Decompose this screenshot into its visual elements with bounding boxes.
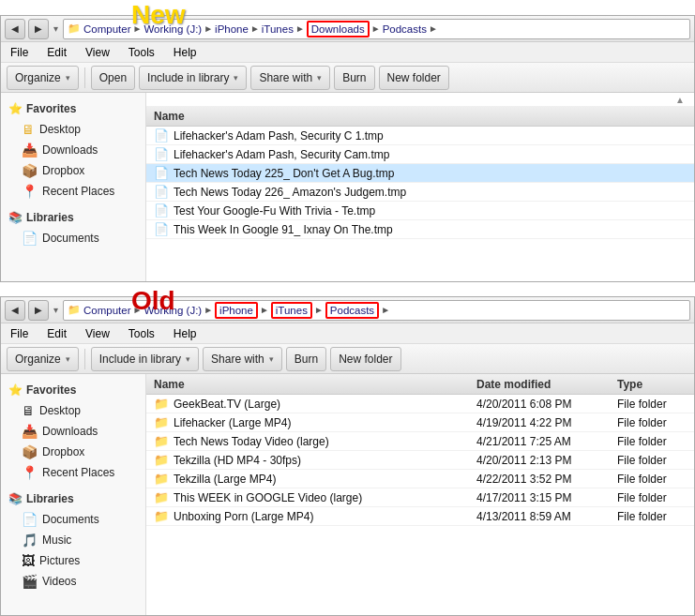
bottom-share-with-button[interactable]: Share with ▾ — [203, 347, 282, 371]
path-iphone[interactable]: iPhone — [215, 23, 249, 35]
bottom-dropbox-icon: 📦 — [22, 444, 38, 459]
menu-help[interactable]: Help — [170, 44, 201, 61]
table-row[interactable]: 📄 Tech News Today 225_ Don't Get A Bug.t… — [146, 164, 694, 183]
bottom-sidebar-dropbox[interactable]: 📦 Dropbox — [1, 442, 145, 462]
bottom-col-name-header[interactable]: Name — [146, 378, 469, 391]
sidebar-item-desktop[interactable]: 🖥 Desktop — [1, 119, 145, 140]
table-row[interactable]: 📄 Lifehacker's Adam Pash, Security C 1.t… — [146, 127, 694, 145]
bottom-menu-edit[interactable]: Edit — [43, 325, 70, 342]
top-dropdown-arrow[interactable]: ▾ — [52, 23, 60, 34]
file-date: 4/20/2011 2:13 PM — [469, 454, 610, 467]
table-row[interactable]: 📁 Unboxing Porn (Large MP4) 4/13/2011 8:… — [146, 507, 694, 526]
table-row[interactable]: 📄 Test Your Google-Fu With Trivia - Te.t… — [146, 202, 694, 220]
top-address-path[interactable]: 📁 Computer ► Working (J:) ► iPhone ► iTu… — [63, 19, 690, 39]
bottom-libraries-header: 📚 Libraries — [1, 488, 145, 509]
path-computer[interactable]: Computer — [83, 23, 131, 35]
bottom-menu-tools[interactable]: Tools — [125, 325, 159, 342]
bottom-organize-button[interactable]: Organize ▾ — [7, 347, 79, 371]
sort-indicator: ▲ — [675, 95, 685, 105]
folder-icon: 📁 — [154, 397, 169, 411]
bottom-sidebar-downloads[interactable]: 📥 Downloads — [1, 421, 145, 442]
top-file-rows-container: 📄 Lifehacker's Adam Pash, Security C 1.t… — [146, 127, 694, 239]
bottom-col-date-header[interactable]: Date modified — [469, 378, 610, 391]
burn-button[interactable]: Burn — [334, 66, 374, 90]
table-row[interactable]: 📄 Tech News Today 226_ Amazon's Judgem.t… — [146, 183, 694, 202]
path-podcasts[interactable]: Podcasts — [383, 23, 427, 35]
share-with-button[interactable]: Share with ▾ — [250, 66, 330, 90]
bottom-music-icon: 🎵 — [22, 533, 38, 548]
table-row[interactable]: 📁 Tech News Today Video (large) 4/21/201… — [146, 432, 694, 451]
bottom-menu-file[interactable]: File — [7, 325, 32, 342]
path-working[interactable]: Working (J:) — [144, 23, 202, 35]
bottom-favorites-header: ⭐ Favorites — [1, 380, 145, 400]
bottom-burn-button[interactable]: Burn — [286, 347, 326, 371]
file-date: 4/17/2011 3:15 PM — [469, 491, 610, 504]
bottom-path-iphone[interactable]: iPhone — [215, 302, 258, 319]
organize-button[interactable]: Organize ▾ — [7, 66, 79, 90]
sidebar-item-downloads[interactable]: 📥 Downloads — [1, 140, 145, 160]
bottom-sidebar-documents[interactable]: 📄 Documents — [1, 509, 145, 530]
file-name: Tech News Today Video (large) — [174, 435, 329, 448]
file-type: File folder — [610, 510, 694, 523]
bottom-back-button[interactable]: ◀ — [5, 300, 25, 321]
bottom-col-type-header[interactable]: Type — [610, 378, 694, 391]
menu-edit[interactable]: Edit — [43, 44, 70, 61]
table-row[interactable]: 📁 This WEEK in GOOGLE Video (large) 4/17… — [146, 488, 694, 507]
table-row[interactable]: 📁 Tekzilla (HD MP4 - 30fps) 4/20/2011 2:… — [146, 451, 694, 470]
path-itunes[interactable]: iTunes — [262, 23, 294, 35]
top-forward-button[interactable]: ▶ — [28, 19, 49, 39]
bottom-path-working[interactable]: Working (J:) — [144, 305, 202, 316]
table-row[interactable]: 📁 Tekzilla (Large MP4) 4/22/2011 3:52 PM… — [146, 470, 694, 488]
table-row[interactable]: 📁 GeekBeat.TV (Large) 4/20/2011 6:08 PM … — [146, 395, 694, 413]
folder-icon: 📁 — [154, 509, 169, 523]
table-row[interactable]: 📁 Lifehacker (Large MP4) 4/19/2011 4:22 … — [146, 413, 694, 432]
sidebar-item-documents[interactable]: 📄 Documents — [1, 228, 145, 248]
bottom-dropdown-arrow[interactable]: ▾ — [52, 305, 60, 315]
bottom-include-library-button[interactable]: Include in library ▾ — [91, 347, 199, 371]
file-name: Lifehacker's Adam Pash, Security Cam.tmp — [174, 148, 389, 161]
bottom-downloads-icon: 📥 — [22, 424, 38, 439]
bottom-sidebar-recent-places[interactable]: 📍 Recent Places — [1, 462, 145, 483]
bottom-path-computer[interactable]: Computer — [83, 305, 131, 316]
bottom-sidebar-music[interactable]: 🎵 Music — [1, 530, 145, 550]
file-list-header: Name — [146, 106, 694, 127]
sidebar-item-dropbox[interactable]: 📦 Dropbox — [1, 160, 145, 181]
top-window: ◀ ▶ ▾ 📁 Computer ► Working (J:) ► iPhone… — [0, 15, 695, 282]
file-name: GeekBeat.TV (Large) — [174, 398, 280, 411]
file-date: 4/13/2011 8:59 AM — [469, 510, 610, 523]
table-row[interactable]: 📄 Lifehacker's Adam Pash, Security Cam.t… — [146, 145, 694, 164]
path-downloads-highlighted[interactable]: Downloads — [307, 21, 370, 38]
bottom-new-folder-button[interactable]: New folder — [330, 347, 400, 371]
open-button[interactable]: Open — [91, 66, 135, 90]
include-library-button[interactable]: Include in library ▾ — [139, 66, 247, 90]
col-name-header[interactable]: Name — [146, 110, 694, 123]
dropbox-icon: 📦 — [22, 163, 38, 178]
file-type: File folder — [610, 398, 694, 411]
documents-icon: 📄 — [22, 231, 38, 246]
menu-view[interactable]: View — [82, 44, 113, 61]
menu-tools[interactable]: Tools — [125, 44, 159, 61]
bottom-path-podcasts-highlighted[interactable]: Podcasts — [325, 302, 379, 319]
new-folder-button[interactable]: New folder — [379, 66, 449, 90]
bottom-sidebar-videos[interactable]: 🎬 Videos — [1, 571, 145, 592]
bottom-sidebar-desktop[interactable]: 🖥 Desktop — [1, 400, 145, 421]
bottom-menu-view[interactable]: View — [82, 325, 113, 342]
favorites-header: ⭐ Favorites — [1, 98, 145, 119]
bottom-recent-places-icon: 📍 — [22, 465, 38, 480]
file-name: Tech News Today 225_ Don't Get A Bug.tmp — [174, 167, 395, 180]
bottom-menu-help[interactable]: Help — [170, 325, 201, 342]
table-row[interactable]: 📄 This Week In Google 91_ Ixnay On The.t… — [146, 220, 694, 239]
bottom-path-itunes[interactable]: iTunes — [271, 302, 312, 319]
bottom-sidebar-pictures[interactable]: 🖼 Pictures — [1, 550, 145, 571]
bottom-address-path[interactable]: 📁 Computer ► Working (J:) ► iPhone ► iTu… — [63, 300, 690, 321]
menu-file[interactable]: File — [7, 44, 32, 61]
bottom-documents-icon: 📄 — [22, 512, 38, 527]
sidebar-item-recent-places[interactable]: 📍 Recent Places — [1, 181, 145, 202]
file-type: File folder — [610, 491, 694, 504]
folder-icon: 📁 — [154, 490, 169, 504]
folder-icon: 📁 — [68, 23, 81, 35]
bottom-forward-button[interactable]: ▶ — [28, 300, 49, 321]
bottom-file-list-header: Name Date modified Type — [146, 374, 694, 395]
file-date: 4/20/2011 6:08 PM — [469, 398, 610, 411]
top-back-button[interactable]: ◀ — [5, 19, 25, 39]
